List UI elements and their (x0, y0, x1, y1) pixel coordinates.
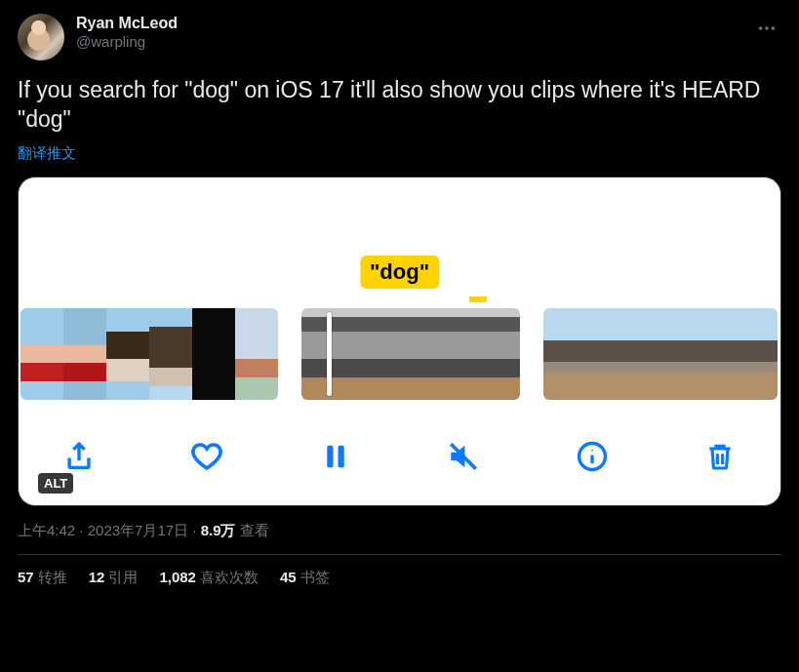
frame (149, 308, 192, 400)
frame (356, 308, 411, 400)
frame (106, 308, 149, 400)
media-toolbar (19, 421, 780, 492)
clip-3[interactable] (543, 308, 778, 400)
tweet-meta[interactable]: 上午4:42 · 2023年7月17日 · 8.9万 查看 (18, 522, 781, 540)
frame (465, 308, 520, 400)
frame (411, 308, 465, 400)
info-icon[interactable] (573, 437, 612, 476)
stat-quotes[interactable]: 12引用 (89, 569, 139, 587)
frame (63, 308, 106, 400)
svg-rect-3 (327, 446, 333, 468)
frame (235, 308, 278, 400)
meta-date: 2023年7月17日 (88, 522, 188, 538)
clip-1[interactable] (20, 308, 278, 400)
svg-point-1 (765, 26, 769, 30)
views-label: 查看 (236, 522, 269, 538)
playhead-marker (469, 296, 487, 302)
frame (699, 308, 739, 400)
frame (621, 308, 660, 400)
translate-link[interactable]: 翻译推文 (18, 144, 76, 163)
svg-point-8 (591, 450, 593, 452)
tweet-header: Ryan McLeod @warpling (18, 14, 781, 60)
more-icon[interactable] (752, 14, 781, 47)
display-name: Ryan McLeod (76, 14, 178, 33)
frame (20, 308, 63, 400)
media-card[interactable]: "dog" (18, 177, 781, 506)
video-filmstrip[interactable] (19, 308, 780, 400)
author-names[interactable]: Ryan McLeod @warpling (76, 14, 178, 52)
frame (301, 308, 356, 400)
tweet-text: If you search for "dog" on iOS 17 it'll … (18, 76, 781, 135)
frame (543, 308, 582, 400)
frame (739, 308, 778, 400)
mute-icon[interactable] (444, 437, 483, 476)
svg-point-2 (772, 26, 776, 30)
svg-point-0 (759, 26, 763, 30)
frame (660, 308, 699, 400)
search-result-label: "dog" (360, 256, 439, 289)
stat-bookmarks[interactable]: 45书签 (280, 569, 330, 587)
handle: @warpling (76, 33, 178, 52)
svg-rect-4 (338, 446, 343, 468)
trash-icon[interactable] (700, 437, 739, 476)
clip-2-active[interactable] (301, 308, 520, 400)
views-count: 8.9万 (201, 522, 236, 538)
pause-icon[interactable] (316, 437, 355, 476)
heart-icon[interactable] (187, 437, 226, 476)
meta-time: 上午4:42 (18, 522, 75, 538)
frame (192, 308, 235, 400)
stat-retweets[interactable]: 57转推 (18, 569, 67, 587)
avatar[interactable] (18, 14, 64, 60)
stats-row: 57转推 12引用 1,082喜欢次数 45书签 (18, 555, 781, 601)
share-icon[interactable] (60, 437, 99, 476)
tweet-container: Ryan McLeod @warpling If you search for … (0, 0, 799, 601)
alt-badge[interactable]: ALT (38, 473, 73, 494)
frame (582, 308, 621, 400)
stat-likes[interactable]: 1,082喜欢次数 (159, 569, 259, 587)
